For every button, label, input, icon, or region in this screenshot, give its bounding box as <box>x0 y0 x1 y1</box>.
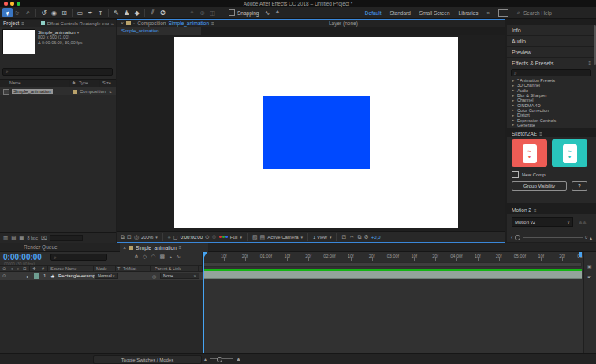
workspace-overflow-icon[interactable]: » <box>486 10 490 16</box>
disclosure-triangle-icon[interactable]: ► <box>512 103 515 107</box>
layer-row[interactable]: ⊙ ► 1 ★ Rectangle-example Normal ∨ ◎ Non… <box>0 272 203 280</box>
rotate-tool-icon[interactable]: ↺ <box>39 8 49 17</box>
lock-icon[interactable]: ▫ <box>133 21 135 26</box>
world-axis-mode-icon[interactable]: ⊕ <box>197 8 207 17</box>
panel-header-motion2[interactable]: Motion 2 ≡ <box>507 206 596 214</box>
panel-header-preview[interactable]: Preview <box>507 47 596 57</box>
grid-guides-icon[interactable]: ⌗ <box>168 234 171 240</box>
workspace-tab-small-screen[interactable]: Small Screen <box>419 10 450 16</box>
chevron-down-icon[interactable]: ▾ <box>155 235 158 240</box>
disclosure-triangle-icon[interactable]: ► <box>512 118 515 122</box>
graph-editor-icon[interactable]: ∿ <box>176 254 181 260</box>
project-row-name[interactable]: Simple_animation <box>12 89 53 94</box>
panel-menu-icon[interactable]: ≡ <box>179 245 182 250</box>
sketch2ae-paste-button[interactable]: ≈▾ <box>512 139 547 167</box>
panel-header-info[interactable]: Info <box>507 25 596 35</box>
workspace-layout-icon[interactable] <box>498 9 508 17</box>
chevron-down-icon[interactable]: ▾ <box>77 30 80 35</box>
snap-options-icon[interactable]: ∿ <box>262 8 272 17</box>
layer-duration-bar[interactable] <box>203 269 582 279</box>
motion-preset-select[interactable]: Motion v2 ∨ <box>512 217 573 227</box>
chevron-down-icon[interactable]: ▾ <box>240 235 242 240</box>
pen-tool-icon[interactable]: ✒ <box>85 8 95 17</box>
monitor-icon[interactable]: ⊡ <box>127 234 132 240</box>
lock-column-icon[interactable]: ⊡ <box>23 266 27 271</box>
tab-overflow-icon[interactable]: » <box>111 21 116 26</box>
help-button[interactable]: ? <box>572 181 587 191</box>
close-tab-icon[interactable]: × <box>123 245 126 251</box>
playhead-line[interactable] <box>203 252 204 353</box>
parent-select[interactable]: None ∨ <box>160 273 199 279</box>
zoom-in-mountain-icon[interactable]: ▲ <box>236 356 241 362</box>
tab-render-queue[interactable]: Render Queue <box>24 244 58 250</box>
selection-tool-icon[interactable]: ➤ <box>2 8 13 17</box>
shy-layers-icon[interactable]: ◠ <box>151 254 155 260</box>
effects-search-field[interactable]: ⌕ <box>511 69 591 76</box>
view-axis-mode-icon[interactable]: ◫ <box>207 8 218 17</box>
panel-header-audio[interactable]: Audio <box>507 36 596 46</box>
snapshot-icon[interactable]: ⊙ <box>205 234 210 240</box>
project-row-composition[interactable]: Simple_animation Composition ⌁ <box>0 87 116 95</box>
time-ruler[interactable]: 0f 10f 20f 01:00f <box>203 252 583 262</box>
disclosure-triangle-icon[interactable]: ► <box>512 94 515 98</box>
mini-flowchart-icon[interactable]: ⋔ <box>134 254 139 260</box>
roto-brush-tool-icon[interactable]: ⫽ <box>147 8 158 17</box>
chevron-left-icon[interactable]: ‹ <box>511 235 512 240</box>
layer-visibility-eye-icon[interactable]: ⊙ <box>2 273 6 278</box>
project-search-field[interactable]: ⌕ <box>2 68 113 76</box>
motion-blur-icon[interactable]: ◔ <box>169 254 172 260</box>
disclosure-triangle-icon[interactable]: ► <box>512 123 515 127</box>
local-axis-mode-icon[interactable]: ⌖ <box>187 8 197 17</box>
panel-menu-icon[interactable]: ≡ <box>21 21 24 26</box>
work-area-bar[interactable] <box>203 262 582 267</box>
column-header-trkmat[interactable]: TrkMat <box>123 266 136 271</box>
search-help-input[interactable] <box>522 9 591 17</box>
column-header-mode[interactable]: Mode <box>96 266 107 271</box>
column-header-size[interactable]: Size <box>102 80 111 85</box>
always-preview-icon[interactable]: ⧉ <box>121 234 125 240</box>
panel-header-sketch2ae[interactable]: Sketch2AE ≡ <box>507 130 596 137</box>
export-frame-icon[interactable]: ⌤ <box>348 234 355 240</box>
playhead-marker[interactable] <box>203 252 207 257</box>
panel-menu-icon[interactable]: ≡ <box>534 208 537 213</box>
delete-icon[interactable]: ⌧ <box>41 235 47 241</box>
zoom-level-value[interactable]: 200% <box>141 235 153 240</box>
brush-tool-icon[interactable]: ✎ <box>111 8 121 17</box>
chevron-down-icon[interactable]: ▾ <box>330 235 332 240</box>
tab-timeline-comp[interactable]: × Simple_animation ≡ <box>120 243 208 252</box>
pixel-aspect-icon[interactable]: ▤ <box>260 234 266 240</box>
region-of-interest-icon[interactable]: ▧ <box>252 234 258 240</box>
show-snapshot-icon[interactable]: ⊚ <box>212 234 217 240</box>
scroll-handle[interactable] <box>515 235 520 240</box>
frame-blending-icon[interactable]: ▩ <box>159 254 165 260</box>
tab-project[interactable]: Project <box>3 20 19 26</box>
chevron-down-icon[interactable]: ▾ <box>301 235 304 240</box>
hand-tool-icon[interactable]: ☞ <box>13 8 23 17</box>
mini-flowchart-icon[interactable]: ⌁ <box>109 89 112 95</box>
new-folder-icon[interactable]: ▤ <box>11 235 16 241</box>
timeline-search-field[interactable]: ⌕ <box>50 254 107 261</box>
timeline-zoom-slider[interactable] <box>210 358 233 359</box>
zoom-tool-icon[interactable]: ⌕ <box>23 8 33 17</box>
toggle-switches-modes-button[interactable]: Toggle Switches / Modes <box>93 355 202 364</box>
column-header-t[interactable]: T <box>117 266 120 271</box>
snapping-checkbox[interactable] <box>229 9 235 16</box>
panel-header-effects-presets[interactable]: Effects & Presets ≡ <box>507 58 596 68</box>
viewer-timecode[interactable]: 0:00:00:00 <box>181 235 203 240</box>
camera-view-value[interactable]: Active Camera <box>267 235 298 240</box>
disclosure-triangle-icon[interactable]: ► <box>512 98 515 102</box>
snap-features-icon[interactable]: ⌖ <box>272 8 282 17</box>
flowchart-icon[interactable]: ⧉ <box>357 234 361 240</box>
tab-composition-label[interactable]: Composition <box>137 20 166 26</box>
solo-column-icon[interactable]: ○ <box>17 266 19 271</box>
column-header-name[interactable]: Name <box>9 80 21 85</box>
zoom-out-mountain-icon[interactable]: ▲ <box>203 357 207 362</box>
audio-column-icon[interactable]: ◅ <box>9 266 13 271</box>
panel-menu-icon[interactable]: ≡ <box>539 132 542 136</box>
disclosure-triangle-icon[interactable]: ► <box>512 113 515 117</box>
comp-marker-bin-icon[interactable]: ▣ <box>587 263 592 269</box>
column-header-type[interactable]: Type <box>79 80 88 85</box>
clone-stamp-tool-icon[interactable]: ♟ <box>121 8 132 17</box>
rectangle-tool-icon[interactable]: ▭ <box>75 8 85 17</box>
workspace-tab-default[interactable]: Default <box>365 10 382 16</box>
